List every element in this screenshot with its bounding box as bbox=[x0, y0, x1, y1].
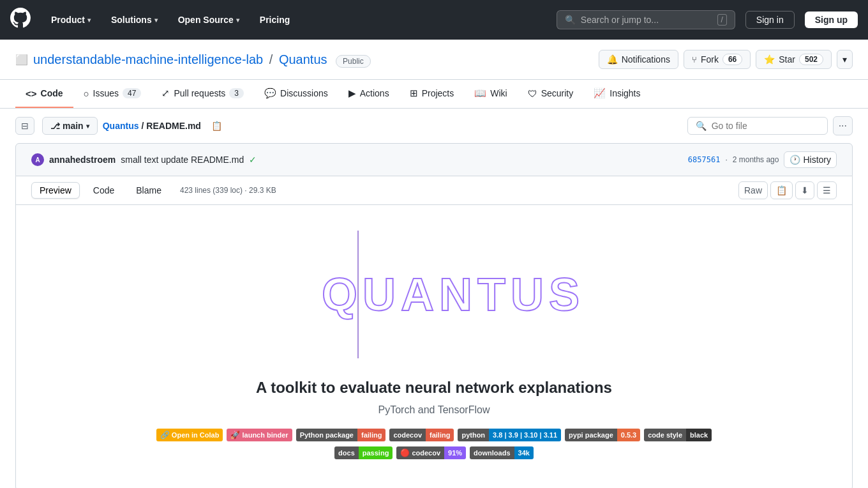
nav-product-label: Product bbox=[51, 15, 85, 25]
nav-product-chevron: ▾ bbox=[87, 17, 91, 24]
tab-projects[interactable]: ⊞ Projects bbox=[400, 80, 465, 108]
tab-issues-label: Issues bbox=[93, 88, 119, 98]
file-header: ⊟ ⎇ main ▾ Quantus / README.md 📋 🔍 ··· bbox=[0, 109, 868, 143]
commit-sep: · bbox=[725, 155, 727, 164]
commit-sha-link[interactable]: 6857561 bbox=[688, 155, 721, 164]
badges-row-2: docs passing 🔴 codecov 91% downloads 34k bbox=[334, 446, 534, 459]
actions-icon: ▶ bbox=[348, 88, 356, 99]
badge-binder[interactable]: 🚀 launch binder bbox=[227, 429, 292, 441]
badge-colab[interactable]: 🔗 Open in Colab bbox=[156, 429, 223, 441]
fork-count: 66 bbox=[722, 54, 742, 65]
plus-icon: ▾ bbox=[842, 54, 847, 65]
commit-author-link[interactable]: annahedstroem bbox=[49, 155, 116, 165]
nav-solutions-label: Solutions bbox=[111, 15, 152, 25]
file-search-input[interactable] bbox=[712, 121, 819, 131]
branch-name: main bbox=[63, 121, 84, 131]
search-placeholder: Search or jump to... bbox=[581, 15, 712, 25]
tab-issues[interactable]: ○ Issues 47 bbox=[73, 80, 152, 108]
nav-open-source-label: Open Source bbox=[178, 15, 234, 25]
repo-sep: / bbox=[267, 52, 276, 66]
tab-security[interactable]: 🛡 Security bbox=[518, 80, 584, 108]
file-search-bar[interactable]: 🔍 bbox=[687, 117, 828, 135]
star-button[interactable]: ⭐ Star 502 bbox=[756, 50, 832, 69]
readme-subtitle: A toolkit to evaluate neural network exp… bbox=[256, 379, 612, 397]
badge-downloads: downloads 34k bbox=[470, 446, 534, 459]
branch-selector[interactable]: ⎇ main ▾ bbox=[42, 117, 98, 135]
tab-discussions[interactable]: 💬 Discussions bbox=[254, 80, 338, 108]
raw-button[interactable]: Raw bbox=[738, 181, 768, 199]
nav-solutions[interactable]: Solutions ▾ bbox=[106, 12, 163, 27]
pr-icon: ⤢ bbox=[161, 88, 170, 99]
commit-meta: 6857561 · 2 months ago 🕐 History bbox=[688, 151, 837, 168]
search-icon: 🔍 bbox=[696, 121, 707, 131]
tab-code[interactable]: <> Code bbox=[15, 80, 73, 108]
breadcrumb-sep: / bbox=[141, 121, 144, 131]
badge-pypi: pypi package 0.5.3 bbox=[565, 429, 640, 441]
quantus-logo-wrapper: QUANTUS bbox=[294, 231, 574, 358]
badge-codecov: codecov failing bbox=[389, 429, 454, 441]
tab-security-label: Security bbox=[541, 88, 574, 98]
tab-pr-label: Pull requests bbox=[174, 88, 225, 98]
commit-status-check: ✓ bbox=[249, 155, 257, 165]
tab-wiki-label: Wiki bbox=[490, 88, 507, 98]
wiki-icon: 📖 bbox=[474, 88, 486, 99]
fork-label: Fork bbox=[701, 54, 719, 65]
top-navigation: Product ▾ Solutions ▾ Open Source ▾ Pric… bbox=[0, 0, 868, 40]
discussion-icon: 💬 bbox=[264, 88, 276, 99]
nav-pricing[interactable]: Pricing bbox=[255, 12, 295, 27]
badge-docs: docs passing bbox=[334, 446, 393, 459]
breadcrumb-file: README.md bbox=[146, 121, 201, 131]
blame-button[interactable]: Blame bbox=[128, 182, 170, 199]
history-icon: 🕐 bbox=[789, 155, 800, 165]
commit-time: 2 months ago bbox=[733, 155, 779, 164]
sidebar-toggle-button[interactable]: ⊟ bbox=[15, 117, 34, 135]
download-button[interactable]: ⬇ bbox=[795, 181, 814, 199]
security-icon: 🛡 bbox=[528, 88, 537, 99]
list-button[interactable]: ☰ bbox=[817, 181, 837, 199]
copy-raw-button[interactable]: 📋 bbox=[770, 181, 793, 199]
pr-count: 3 bbox=[229, 88, 244, 98]
notifications-label: Notifications bbox=[622, 54, 670, 65]
search-icon: 🔍 bbox=[565, 15, 576, 25]
copy-path-button[interactable]: 📋 bbox=[206, 118, 227, 133]
search-shortcut: / bbox=[717, 14, 727, 26]
nav-open-source-chevron: ▾ bbox=[236, 17, 239, 24]
issue-icon: ○ bbox=[84, 88, 89, 99]
preview-button[interactable]: Preview bbox=[31, 182, 80, 199]
github-logo[interactable] bbox=[10, 8, 31, 32]
bell-icon: 🔔 bbox=[607, 54, 618, 65]
more-options-button[interactable]: ··· bbox=[833, 116, 853, 135]
nav-product[interactable]: Product ▾ bbox=[46, 12, 96, 27]
notifications-button[interactable]: 🔔 Notifications bbox=[599, 50, 678, 69]
tab-wiki[interactable]: 📖 Wiki bbox=[464, 80, 517, 108]
file-toolbar: Preview Code Blame 423 lines (339 loc) ·… bbox=[15, 176, 853, 205]
fork-button[interactable]: ⑂ Fork 66 bbox=[684, 50, 751, 69]
repo-owner-link[interactable]: understandable-machine-intelligence-lab bbox=[33, 52, 263, 66]
history-button[interactable]: 🕐 History bbox=[784, 151, 837, 168]
tab-actions-label: Actions bbox=[360, 88, 389, 98]
repo-visibility-badge: Public bbox=[336, 55, 371, 68]
author-avatar: A bbox=[31, 153, 44, 166]
branch-chevron: ▾ bbox=[86, 123, 89, 130]
tab-code-label: Code bbox=[41, 88, 63, 98]
badge-codecov-pct: 🔴 codecov 91% bbox=[396, 446, 466, 459]
tab-insights-label: Insights bbox=[610, 88, 640, 98]
sign-up-button[interactable]: Sign up bbox=[805, 11, 858, 28]
projects-icon: ⊞ bbox=[410, 88, 418, 99]
tab-discussions-label: Discussions bbox=[280, 88, 328, 98]
nav-open-source[interactable]: Open Source ▾ bbox=[173, 12, 244, 27]
repo-add-button[interactable]: ▾ bbox=[837, 50, 853, 69]
tab-insights[interactable]: 📈 Insights bbox=[583, 80, 650, 108]
code-view-button[interactable]: Code bbox=[85, 182, 123, 199]
file-breadcrumb: Quantus / README.md bbox=[103, 121, 201, 131]
sign-in-button[interactable]: Sign in bbox=[745, 11, 795, 29]
search-bar[interactable]: 🔍 Search or jump to... / bbox=[557, 10, 735, 29]
badges-row-1: 🔗 Open in Colab 🚀 launch binder Python p… bbox=[156, 429, 712, 441]
branch-icon: ⎇ bbox=[50, 121, 60, 131]
tab-pull-requests[interactable]: ⤢ Pull requests 3 bbox=[151, 80, 254, 108]
star-count: 502 bbox=[799, 54, 823, 65]
commit-row: A annahedstroem small text update README… bbox=[15, 143, 853, 176]
breadcrumb-repo-link[interactable]: Quantus bbox=[103, 121, 139, 131]
repo-name-link[interactable]: Quantus bbox=[279, 52, 327, 66]
tab-actions[interactable]: ▶ Actions bbox=[338, 80, 400, 108]
